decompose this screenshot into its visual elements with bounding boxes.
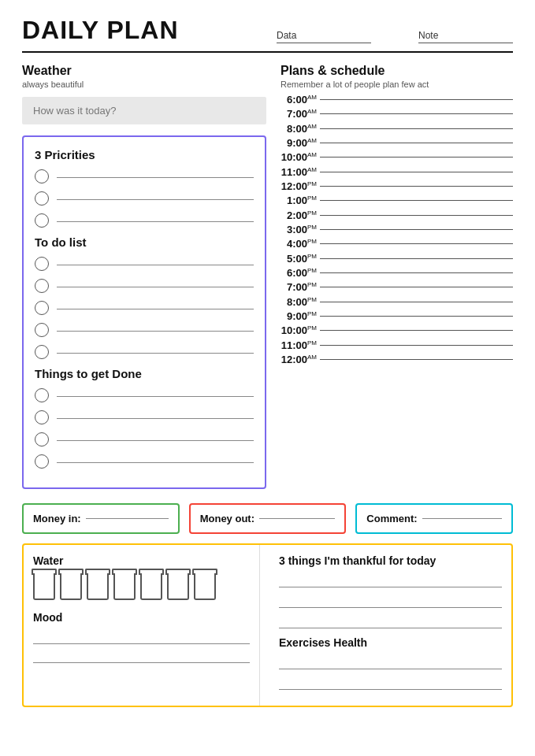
- schedule-subtitle: Remember a lot of people plan few act: [281, 80, 513, 89]
- time-label: 6:00AM: [281, 94, 317, 106]
- priority-item-2: [35, 191, 254, 206]
- priority-line-1: [57, 177, 254, 178]
- time-label: 12:00PM: [281, 180, 317, 192]
- money-comment-line: [422, 518, 502, 519]
- schedule-row-12: 6:00PM: [281, 267, 513, 279]
- time-label: 8:00AM: [281, 123, 317, 135]
- schedule-row-18: 12:00AM: [281, 354, 513, 365]
- schedule-row-13: 7:00PM: [281, 281, 513, 293]
- money-out-line: [259, 518, 335, 519]
- page-header: DAILY PLAN Data Note: [22, 16, 513, 53]
- time-label: 11:00PM: [281, 339, 317, 351]
- priorities-section: 3 Pricrities: [35, 148, 254, 228]
- priority-circle-1[interactable]: [35, 169, 49, 183]
- time-label: 2:00PM: [281, 209, 317, 221]
- todo-item-3: [35, 301, 254, 315]
- todo-item-5: [35, 345, 254, 359]
- water-cup-3[interactable]: [113, 573, 136, 600]
- things-circle-2[interactable]: [35, 410, 49, 424]
- todo-line-4: [57, 331, 254, 332]
- schedule-row-6: 12:00PM: [281, 180, 513, 192]
- things-item-2: [35, 410, 254, 424]
- schedule-slot-line: [320, 258, 513, 259]
- schedule-row-4: 10:00AM: [281, 151, 513, 163]
- schedule-row-11: 5:00PM: [281, 253, 513, 265]
- todo-circle-3[interactable]: [35, 301, 49, 315]
- todo-circle-4[interactable]: [35, 323, 49, 337]
- water-cup-2[interactable]: [87, 573, 109, 600]
- money-out-label: Money out:: [200, 513, 254, 524]
- time-label: 4:00PM: [281, 238, 317, 250]
- water-cup-6[interactable]: [194, 573, 216, 600]
- schedule-slot-line: [320, 215, 513, 216]
- schedule-slot-line: [320, 99, 513, 100]
- schedule-slot-line: [320, 186, 513, 187]
- todo-line-3: [57, 309, 254, 309]
- things-item-1: [35, 388, 254, 402]
- things-circle-4[interactable]: [35, 454, 49, 469]
- money-comment-card: Comment:: [355, 503, 513, 534]
- priority-circle-2[interactable]: [35, 191, 49, 206]
- things-circle-3[interactable]: [35, 432, 49, 447]
- water-cup-1[interactable]: [60, 573, 82, 600]
- priorities-title: 3 Pricrities: [35, 148, 254, 161]
- things-item-4: [35, 454, 254, 469]
- schedule-slot-line: [320, 316, 513, 317]
- schedule-slot-line: [320, 172, 513, 172]
- water-cup-0[interactable]: [33, 573, 55, 600]
- time-label: 6:00PM: [281, 267, 317, 279]
- schedule-slot-line: [320, 345, 513, 346]
- thankful-line-3: [279, 614, 502, 628]
- time-label: 7:00AM: [281, 108, 317, 120]
- priority-circle-3[interactable]: [35, 213, 49, 228]
- time-label: 5:00PM: [281, 253, 317, 265]
- page-title: DAILY PLAN: [22, 16, 178, 45]
- note-field: Note: [418, 30, 513, 43]
- schedule-row-7: 1:00PM: [281, 195, 513, 206]
- exercises-line-2: [279, 676, 502, 690]
- priority-item-1: [35, 169, 254, 183]
- water-title: Water: [33, 554, 250, 567]
- things-line-1: [57, 396, 254, 397]
- schedule-row-5: 11:00AM: [281, 166, 513, 178]
- main-content: Weather always beautiful 3 Pricrities: [22, 64, 513, 489]
- time-label: 7:00PM: [281, 281, 317, 293]
- water-mood-section: Water Mood: [24, 545, 260, 706]
- things-line-3: [57, 440, 254, 441]
- water-cup-5[interactable]: [167, 573, 189, 600]
- schedule-slot-line: [320, 200, 513, 201]
- mood-line-1: [33, 630, 250, 644]
- data-field: Data: [277, 30, 371, 43]
- todo-circle-1[interactable]: [35, 257, 49, 271]
- time-label: 9:00PM: [281, 310, 317, 322]
- things-circle-1[interactable]: [35, 388, 49, 402]
- priority-item-3: [35, 213, 254, 228]
- schedule-row-1: 7:00AM: [281, 108, 513, 120]
- todo-circle-5[interactable]: [35, 345, 49, 359]
- schedule-slot-line: [320, 157, 513, 158]
- things-line-4: [57, 462, 254, 463]
- schedule-slot-line: [320, 143, 513, 143]
- thankful-line-2: [279, 594, 502, 608]
- todo-circle-2[interactable]: [35, 279, 49, 293]
- water-cup-4[interactable]: [140, 573, 162, 600]
- water-cups: [33, 573, 250, 600]
- weather-input[interactable]: [22, 97, 266, 124]
- todo-item-4: [35, 323, 254, 337]
- schedule-slot-line: [320, 330, 513, 331]
- money-in-line: [86, 518, 169, 519]
- thankful-exercises-section: 3 things I'm thankful for today Exercise…: [269, 545, 511, 706]
- things-item-3: [35, 432, 254, 447]
- time-label: 9:00AM: [281, 137, 317, 149]
- exercises-line-1: [279, 655, 502, 669]
- bottom-dual-row: Water Mood 3 things I'm thankful for tod…: [22, 543, 513, 707]
- schedule-row-15: 9:00PM: [281, 310, 513, 322]
- schedule-row-9: 3:00PM: [281, 224, 513, 235]
- schedule-rows: 6:00AM7:00AM8:00AM9:00AM10:00AM11:00AM12…: [281, 94, 513, 365]
- data-label: Data: [277, 30, 371, 41]
- todo-line-5: [57, 353, 254, 354]
- schedule-slot-line: [320, 272, 513, 273]
- things-section: Things to get Done: [35, 367, 254, 469]
- money-comment-label: Comment:: [366, 513, 417, 524]
- time-label: 8:00PM: [281, 296, 317, 308]
